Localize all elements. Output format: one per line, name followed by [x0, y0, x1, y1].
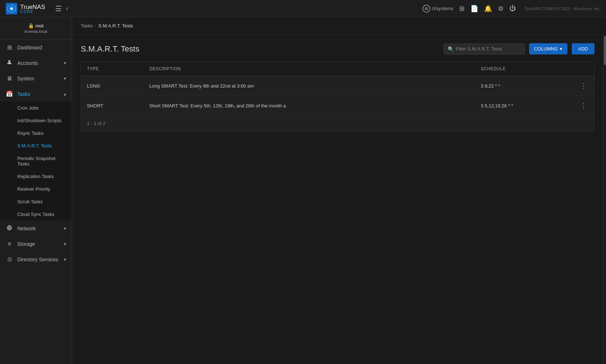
cell-actions: ⋮ [573, 76, 594, 96]
sidebar-subitem-resilver-priority[interactable]: Resilver Priority [0, 183, 72, 195]
search-box: 🔍 [444, 44, 525, 54]
cell-description: Long SMART Test: Every 8th and 22nd at 3… [144, 76, 475, 96]
layout: 🔒 root truenas.local ⊞ Dashboard Account… [0, 17, 606, 364]
settings-icon[interactable]: ⚙ [498, 5, 504, 13]
topbar-left: TrueNAS CORE ☰ ‹ [6, 3, 68, 14]
sidebar-username: 🔒 root [6, 23, 66, 28]
sidebar-subitem-init-shutdown[interactable]: Init/Shutdown Scripts [0, 114, 72, 127]
logo-name: TrueNAS [20, 4, 45, 10]
sidebar-item-storage[interactable]: ≡ Storage ▾ [0, 236, 72, 252]
sidebar-subitem-periodic-snapshot[interactable]: Periodic Snapshot Tasks [0, 152, 72, 170]
sidebar-subitem-rsync-tasks[interactable]: Rsync Tasks [0, 127, 72, 139]
ix-logo-icon: iX [422, 4, 431, 13]
sidebar-item-label: Directory Services [17, 257, 60, 262]
page-header: S.M.A.R.T. Tests 🔍 COLUMNS ▾ ADD [81, 43, 594, 54]
table-footer: 1 - 2 of 2 [81, 116, 594, 131]
scrollbar-thumb [604, 36, 606, 65]
smart-tests-table: Type Description Schedule LONG Long SMAR… [81, 62, 594, 132]
cell-schedule: 3 5,12,19,26 * * [475, 96, 573, 116]
col-schedule: Schedule [475, 62, 573, 76]
topbar: TrueNAS CORE ☰ ‹ iX iXsystems ⊞ 📄 🔔 ⚙ ⏻ … [0, 0, 606, 17]
bell-icon[interactable]: 🔔 [484, 5, 492, 13]
sidebar-item-dashboard[interactable]: ⊞ Dashboard [0, 40, 72, 55]
storage-icon: ≡ [6, 241, 13, 247]
table-header: Type Description Schedule [81, 62, 594, 76]
storage-arrow-icon: ▾ [64, 241, 66, 247]
chevron-down-icon: ▾ [560, 46, 562, 52]
breadcrumb-current: S.M.A.R.T. Tests [98, 23, 133, 28]
row-actions-button[interactable]: ⋮ [579, 81, 588, 90]
scrollbar-track[interactable] [603, 35, 606, 364]
back-icon[interactable]: ‹ [66, 5, 68, 12]
directory-services-icon: ⊙ [6, 256, 13, 263]
sidebar-item-network[interactable]: Network ▾ [0, 221, 72, 236]
col-type: Type [81, 62, 144, 76]
table-row: SHORT Short SMART Test: Every 5th, 12th,… [81, 96, 594, 116]
search-input[interactable] [456, 46, 521, 52]
menu-icon[interactable]: ☰ [55, 4, 62, 13]
breadcrumb-parent[interactable]: Tasks [81, 23, 93, 28]
table-row: LONG Long SMART Test: Every 8th and 22nd… [81, 76, 594, 96]
col-actions [573, 62, 594, 76]
breadcrumb-separator: / [95, 23, 96, 28]
svg-text:iX: iX [425, 7, 428, 11]
sidebar-item-label: Accounts [17, 60, 60, 66]
content-area: S.M.A.R.T. Tests 🔍 COLUMNS ▾ ADD [72, 35, 603, 364]
logo-text-group: TrueNAS CORE [20, 4, 45, 14]
system-icon: 🖥 [6, 75, 13, 82]
cell-schedule: 3 8,22 * * [475, 76, 573, 96]
sidebar-subitem-cron-jobs[interactable]: Cron Jobs [0, 102, 72, 114]
breadcrumb: Tasks / S.M.A.R.T. Tests [72, 17, 606, 35]
logo-icon [6, 3, 17, 14]
col-description: Description [144, 62, 475, 76]
row-actions-button[interactable]: ⋮ [579, 101, 588, 110]
sidebar-item-label: Network [17, 226, 60, 231]
main-content: Tasks / S.M.A.R.T. Tests S.M.A.R.T. Test… [72, 17, 606, 364]
page-actions: 🔍 COLUMNS ▾ ADD [444, 43, 594, 54]
svg-point-6 [8, 60, 10, 62]
tasks-icon: 📅 [6, 90, 13, 97]
sidebar-item-accounts[interactable]: Accounts ▾ [0, 55, 72, 71]
directory-services-arrow-icon: ▾ [64, 257, 66, 262]
search-icon: 🔍 [448, 46, 454, 52]
add-button[interactable]: ADD [572, 43, 594, 54]
table-body: LONG Long SMART Test: Every 8th and 22nd… [81, 76, 594, 116]
power-icon[interactable]: ⏻ [509, 5, 516, 12]
sidebar-item-tasks[interactable]: 📅 Tasks ▴ [0, 86, 72, 102]
copyright: TrueNAS CORE® © 2021 - iXsystems, Inc. [524, 6, 600, 11]
cell-type: SHORT [81, 96, 144, 116]
cell-actions: ⋮ [573, 96, 594, 116]
sidebar-subitem-replication-tasks[interactable]: Replication Tasks [0, 170, 72, 183]
sidebar-item-label: Tasks [17, 91, 60, 97]
sidebar-hostname: truenas.local [6, 29, 66, 34]
ix-brand: iX iXsystems [422, 4, 453, 13]
cell-description: Short SMART Test: Every 5th, 12th, 19th,… [144, 96, 475, 116]
lock-icon: 🔒 [28, 23, 34, 28]
accounts-arrow-icon: ▾ [64, 61, 66, 66]
sidebar-item-directory-services[interactable]: ⊙ Directory Services ▾ [0, 252, 72, 267]
sidebar-subitem-cloud-sync-tasks[interactable]: Cloud Sync Tasks [0, 208, 72, 221]
system-arrow-icon: ▾ [64, 76, 66, 81]
document-icon[interactable]: 📄 [470, 5, 478, 13]
sidebar-item-system[interactable]: 🖥 System ▾ [0, 71, 72, 86]
dashboard-icon: ⊞ [6, 44, 13, 51]
truenas-logo: TrueNAS CORE [6, 3, 45, 14]
sidebar: 🔒 root truenas.local ⊞ Dashboard Account… [0, 17, 72, 364]
sidebar-item-label: Storage [17, 241, 60, 247]
topbar-right: iX iXsystems ⊞ 📄 🔔 ⚙ ⏻ TrueNAS CORE® © 2… [422, 4, 600, 13]
ix-brand-text: iXsystems [432, 6, 453, 11]
columns-button[interactable]: COLUMNS ▾ [529, 43, 567, 54]
sidebar-subitem-smart-tests[interactable]: S.M.A.R.T. Tests [0, 139, 72, 152]
sidebar-item-label: System [17, 76, 60, 81]
grid-icon[interactable]: ⊞ [459, 5, 465, 13]
network-icon [6, 225, 13, 232]
tasks-arrow-icon: ▴ [64, 92, 66, 97]
sidebar-user: 🔒 root truenas.local [0, 17, 72, 40]
network-arrow-icon: ▾ [64, 226, 66, 231]
accounts-icon [6, 59, 13, 67]
cell-type: LONG [81, 76, 144, 96]
sidebar-item-label: Dashboard [17, 45, 66, 50]
svg-point-3 [10, 7, 13, 9]
sidebar-subitem-scrub-tasks[interactable]: Scrub Tasks [0, 195, 72, 208]
table: Type Description Schedule LONG Long SMAR… [81, 62, 594, 116]
